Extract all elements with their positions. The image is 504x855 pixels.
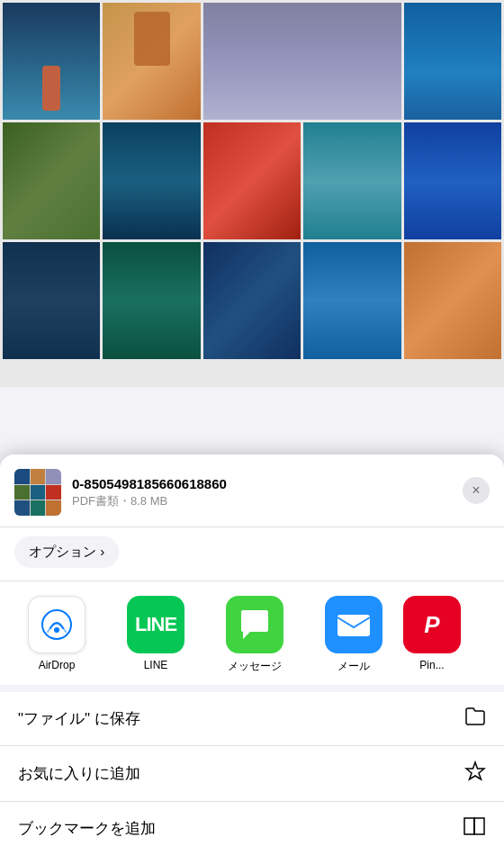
photo-cell [3, 122, 100, 239]
share-subtitle: PDF書類・8.8 MB [72, 493, 490, 509]
apps-row: AirDrop LINE LINE メッセージ [0, 581, 504, 692]
save-files-action[interactable]: "ファイル" に保存 [0, 692, 504, 746]
airdrop-label: AirDrop [39, 659, 76, 671]
add-bookmark-action[interactable]: ブックマークを追加 [0, 802, 504, 855]
options-row: オプション › [0, 527, 504, 581]
svg-rect-2 [338, 615, 370, 636]
photo-cell [203, 122, 301, 239]
add-bookmark-label: ブックマークを追加 [18, 818, 156, 839]
photo-cell [303, 122, 400, 239]
save-files-label: "ファイル" に保存 [18, 708, 140, 729]
pinterest-icon: P [403, 596, 461, 653]
photo-cell [103, 242, 200, 359]
app-item-airdrop[interactable]: AirDrop [7, 596, 106, 674]
svg-point-1 [54, 627, 59, 633]
share-header: 0-8505498185660618860 PDF書類・8.8 MB × [0, 454, 504, 527]
photo-cell [404, 122, 501, 239]
book-icon [463, 816, 486, 841]
app-item-line[interactable]: LINE LINE [106, 596, 205, 674]
app-item-pinterest[interactable]: P Pin... [403, 596, 461, 674]
messages-label: メッセージ [228, 659, 282, 674]
options-button[interactable]: オプション › [14, 536, 119, 568]
app-item-messages[interactable]: メッセージ [205, 596, 304, 674]
photo-cell [303, 242, 400, 359]
mail-label: メール [338, 659, 370, 674]
mail-icon [325, 596, 382, 653]
photo-cell [404, 242, 501, 359]
share-sheet: 0-8505498185660618860 PDF書類・8.8 MB × オプシ… [0, 454, 504, 855]
photo-cell [203, 3, 401, 120]
share-title: 0-8505498185660618860 [72, 476, 490, 491]
app-item-mail[interactable]: メール [304, 596, 403, 674]
messages-icon [226, 596, 284, 653]
add-favorites-label: お気に入りに追加 [18, 763, 140, 784]
share-info: 0-8505498185660618860 PDF書類・8.8 MB [72, 476, 490, 509]
photo-cell [3, 3, 100, 120]
close-button[interactable]: × [463, 477, 490, 504]
line-label: LINE [144, 659, 168, 671]
photo-grid [0, 0, 504, 387]
pinterest-label: Pin... [419, 659, 444, 671]
airdrop-icon [28, 596, 86, 653]
share-thumbnail [14, 469, 61, 516]
photo-cell [3, 242, 100, 359]
photo-cell [103, 122, 200, 239]
apps-scroll: AirDrop LINE LINE メッセージ [0, 596, 504, 674]
add-favorites-action[interactable]: お気に入りに追加 [0, 746, 504, 802]
folder-icon [464, 706, 486, 731]
options-label: オプション › [29, 544, 104, 561]
photo-cell [404, 3, 501, 120]
photo-cell [203, 242, 301, 359]
photo-cell [103, 3, 200, 120]
line-icon: LINE [127, 596, 184, 653]
star-icon [464, 760, 486, 787]
action-list: "ファイル" に保存 お気に入りに追加 ブックマークを追加 [0, 692, 504, 855]
